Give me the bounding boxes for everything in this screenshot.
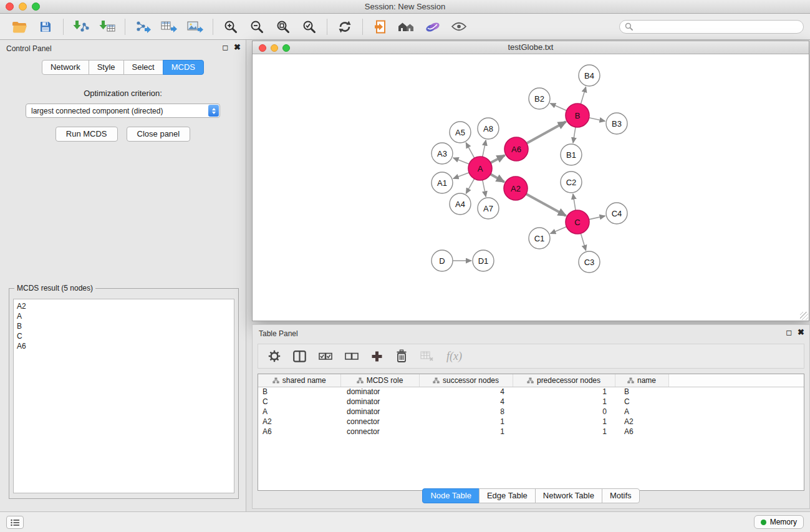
table-cell[interactable]: 1 (513, 397, 615, 407)
table-cell[interactable]: A2 (258, 417, 340, 427)
graph-edge-A-A5[interactable] (466, 143, 475, 158)
tab-motifs[interactable]: Motifs (602, 488, 640, 503)
graph-edge-C-C2[interactable] (573, 194, 576, 210)
tab-mcds[interactable]: MCDS (163, 60, 204, 75)
show-details-button[interactable] (446, 16, 472, 38)
zoom-out-button[interactable] (244, 16, 270, 38)
close-network-button[interactable] (259, 44, 266, 52)
column-header-name[interactable]: name (615, 374, 668, 387)
graph-node-B2[interactable]: B2 (529, 88, 550, 109)
task-history-button[interactable] (6, 516, 24, 529)
graph-node-A5[interactable]: A5 (450, 122, 471, 143)
graph-node-C2[interactable]: C2 (561, 172, 582, 193)
graph-node-C4[interactable]: C4 (606, 203, 627, 224)
table-cell[interactable]: 4 (419, 387, 513, 397)
graph-node-A6[interactable]: A6 (504, 137, 528, 161)
table-row[interactable]: A2connector11A2 (258, 417, 804, 427)
graph-node-B3[interactable]: B3 (606, 113, 627, 134)
export-network-button[interactable] (130, 16, 156, 38)
graph-edge-A-A8[interactable] (483, 140, 486, 157)
mcds-result-item[interactable]: B (17, 321, 231, 331)
close-table-panel-button[interactable]: ✖ (798, 328, 804, 337)
column-header-predecessor-nodes[interactable]: predecessor nodes (513, 374, 615, 387)
network-canvas[interactable]: AA1A2A3A4A5A6A7A8BB1B2B3B4CC1C2C3C4DD1 (253, 54, 809, 321)
graph-edge-C-C3[interactable] (581, 233, 586, 251)
mcds-result-list[interactable]: A2ABCA6 (13, 299, 234, 493)
table-cell[interactable]: 1 (513, 427, 615, 437)
table-cell[interactable]: 0 (513, 407, 615, 417)
table-cell[interactable]: 1 (419, 417, 513, 427)
run-mcds-button[interactable]: Run MCDS (55, 127, 118, 142)
graph-edge-A-A3[interactable] (453, 158, 470, 164)
close-panel-button[interactable]: Close panel (127, 127, 191, 142)
table-cell[interactable]: C (615, 397, 668, 407)
graph-node-B1[interactable]: B1 (561, 144, 582, 165)
refresh-button[interactable] (332, 16, 358, 38)
zoom-window-button[interactable] (32, 2, 40, 11)
mcds-result-item[interactable]: A2 (17, 301, 231, 311)
zoom-fit-button[interactable] (270, 16, 296, 38)
graph-edge-B-B2[interactable] (550, 104, 566, 111)
open-session-button[interactable] (6, 16, 32, 38)
import-network-button[interactable] (68, 16, 94, 38)
export-image-button[interactable] (182, 16, 208, 38)
select-all-button[interactable] (319, 351, 332, 362)
column-header-mcds-role[interactable]: MCDS role (340, 374, 419, 387)
mcds-result-item[interactable]: A (17, 311, 231, 321)
minimize-window-button[interactable] (19, 2, 27, 11)
search-input[interactable] (636, 22, 798, 31)
graph-node-B[interactable]: B (566, 104, 589, 127)
zoom-network-button[interactable] (282, 44, 290, 52)
table-cell[interactable]: 1 (513, 417, 615, 427)
graph-edge-A-A1[interactable] (453, 173, 469, 179)
graph-edge-B-B1[interactable] (573, 127, 576, 143)
memory-button[interactable]: Memory (754, 515, 804, 529)
graph-edge-B-B4[interactable] (581, 87, 586, 104)
graph-edge-C-C4[interactable] (589, 216, 605, 220)
table-cell[interactable]: C (258, 397, 340, 407)
graph-node-C[interactable]: C (566, 210, 589, 234)
table-cell[interactable]: B (258, 387, 340, 397)
table-cell[interactable]: 1 (419, 427, 513, 437)
tab-network[interactable]: Network (42, 60, 89, 75)
table-cell[interactable]: 8 (419, 407, 513, 417)
graph-edge-A6-B[interactable] (527, 122, 566, 143)
network-graph[interactable]: AA1A2A3A4A5A6A7A8BB1B2B3B4CC1C2C3C4DD1 (253, 54, 809, 321)
graph-node-B4[interactable]: B4 (579, 65, 600, 86)
table-row[interactable]: Adominator80A (258, 407, 804, 417)
float-table-panel-button[interactable]: ◻ (786, 328, 792, 337)
graph-edge-A2-C[interactable] (526, 194, 566, 216)
network-overview-button[interactable] (393, 16, 420, 38)
float-panel-button[interactable]: ◻ (222, 43, 228, 52)
graph-edge-A-A6[interactable] (491, 155, 505, 163)
mcds-result-item[interactable]: A6 (17, 341, 231, 351)
export-table-button[interactable] (156, 16, 182, 38)
add-row-button[interactable] (371, 351, 383, 362)
graph-edge-A-A2[interactable] (491, 174, 504, 181)
graph-node-D[interactable]: D (432, 250, 453, 271)
table-cell[interactable]: dominator (340, 387, 419, 397)
tab-node-table[interactable]: Node Table (422, 488, 480, 503)
network-window-titlebar[interactable]: testGlobe.txt (253, 41, 809, 54)
unselect-all-button[interactable] (345, 351, 359, 362)
optimization-criterion-select[interactable]: largest connected component (directed) (26, 104, 220, 118)
column-header-shared-name[interactable]: shared name (258, 374, 340, 387)
graph-node-A4[interactable]: A4 (450, 193, 471, 215)
graph-node-A7[interactable]: A7 (478, 198, 499, 219)
zoom-selected-button[interactable] (296, 16, 322, 38)
table-cell[interactable]: A2 (615, 417, 668, 427)
mcds-result-item[interactable]: C (17, 331, 231, 341)
table-cell[interactable]: dominator (340, 407, 419, 417)
graph-node-A3[interactable]: A3 (432, 143, 453, 164)
tab-select[interactable]: Select (123, 60, 163, 75)
table-cell[interactable]: A6 (258, 427, 340, 437)
table-cell[interactable]: A (258, 407, 340, 417)
graph-node-A8[interactable]: A8 (478, 118, 499, 139)
resize-grip[interactable] (800, 312, 808, 320)
table-row[interactable]: A6connector11A6 (258, 427, 804, 437)
graph-node-C1[interactable]: C1 (529, 228, 550, 249)
save-session-button[interactable] (32, 16, 59, 38)
table-cell[interactable]: 4 (419, 397, 513, 407)
graph-node-C3[interactable]: C3 (579, 251, 600, 273)
table-settings-button[interactable] (268, 350, 281, 362)
